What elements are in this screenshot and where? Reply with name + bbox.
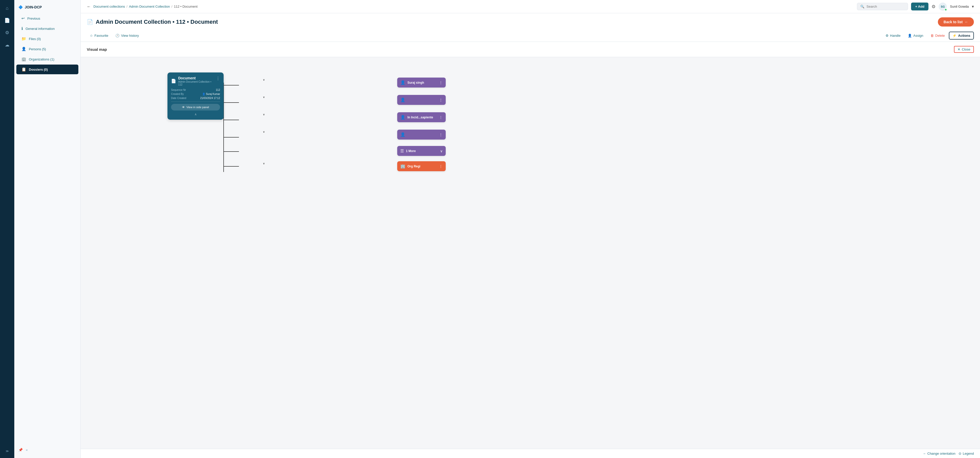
back-to-list-button[interactable]: Back to list ←: [938, 17, 974, 27]
flow-node-wrapper-3: 👤 In Incid...sapiente ⋮ ∨: [239, 112, 289, 116]
document-card: 📄 Document Admin Document Collection • 1…: [167, 72, 224, 120]
persons-icon: 👤: [21, 47, 26, 51]
topnav: ← Document collections / Admin Document …: [81, 0, 980, 13]
person-icon-4: 👤: [400, 132, 406, 137]
org-icon: 🏢: [400, 164, 406, 169]
close-button[interactable]: ✕ Close: [954, 46, 974, 53]
flow-node-4-menu-icon[interactable]: ⋮: [439, 133, 443, 137]
actions-button[interactable]: ⚡ Actions: [949, 32, 974, 40]
sidebar-item-organizations[interactable]: 🏢 Organizations (1): [16, 54, 78, 64]
doc-card-title-area: 📄 Document Admin Document Collection • 1…: [171, 76, 216, 86]
toolbar: ☆ Favourite 🕐 View history ⚙ Handle 👤 As…: [87, 30, 974, 41]
toolbar-right: ⚙ Handle 👤 Assign 🗑 Delete ⚡ Actions: [883, 32, 974, 40]
info-icon: ℹ: [21, 26, 23, 31]
rail-docs-icon[interactable]: 📄: [2, 15, 12, 25]
flow-node-2-menu-icon[interactable]: ⋮: [439, 98, 443, 102]
doc-card-icon: 📄: [171, 79, 176, 83]
breadcrumb-doc-collections[interactable]: Document collections: [94, 5, 125, 8]
flow-node-1-menu-icon[interactable]: ⋮: [439, 81, 443, 85]
actions-icon: ⚡: [953, 34, 956, 38]
page-header: 📄 Admin Document Collection • 112 • Docu…: [81, 13, 980, 42]
change-orientation-button[interactable]: → Change orientation: [923, 452, 956, 455]
main-content: ← Document collections / Admin Document …: [81, 0, 980, 458]
flow-node-org-inner: 🏢 Org Regi: [400, 164, 420, 169]
legend-button[interactable]: ⊙ Legend: [959, 452, 974, 455]
favourite-button[interactable]: ☆ Favourite: [87, 32, 111, 39]
flow-node-3-menu-icon[interactable]: ⋮: [439, 115, 443, 119]
doc-card-row-seq: Sequence Nr 112: [171, 89, 220, 91]
avatar: SG: [939, 3, 947, 11]
rail-home-icon[interactable]: ⌂: [2, 3, 12, 13]
view-history-button[interactable]: 🕐 View history: [112, 32, 142, 39]
doc-card-collapse[interactable]: ∧: [171, 113, 220, 116]
doc-card-subtitle: Admin Document Collection • 112: [178, 80, 216, 86]
add-button[interactable]: + Add: [911, 3, 928, 11]
collapse-sidebar-icon[interactable]: «: [26, 448, 28, 452]
doc-card-header: 📄 Document Admin Document Collection • 1…: [171, 76, 220, 86]
flow-node-org-label: Org Regi: [407, 165, 420, 168]
flow-node-2-expand[interactable]: ∨: [239, 96, 289, 99]
delete-button[interactable]: 🗑 Delete: [928, 32, 948, 39]
flow-node-wrapper-4: 👤 ⋮ ∨: [239, 130, 289, 133]
list-icon: ☰: [400, 148, 404, 153]
sidebar-bottom: 📌 «: [14, 445, 80, 455]
flow-node-more-expand-icon[interactable]: ∨: [440, 149, 443, 153]
visual-map-header: Visual map ✕ Close: [81, 42, 980, 57]
view-side-panel-button[interactable]: 👁 View in side panel: [171, 104, 220, 110]
back-arrow-icon[interactable]: ←: [87, 4, 91, 9]
flow-node-more-inner: ☰ 1 More: [400, 148, 416, 153]
doc-card-divider: [171, 102, 220, 102]
toolbar-left: ☆ Favourite 🕐 View history: [87, 32, 142, 39]
breadcrumb: ← Document collections / Admin Document …: [87, 4, 854, 9]
flow-node-org-menu-icon[interactable]: ⋮: [439, 164, 443, 169]
dossiers-icon: 📋: [21, 67, 26, 72]
search-box[interactable]: 🔍: [857, 3, 908, 10]
flow-node-more-label: 1 More: [406, 149, 416, 153]
flow-node-4-expand[interactable]: ∨: [239, 130, 289, 133]
flow-node-3[interactable]: 👤 In Incid...sapiente ⋮: [397, 112, 446, 122]
flow-area: 📄 Document Admin Document Collection • 1…: [81, 57, 980, 449]
pin-icon[interactable]: 📌: [18, 448, 23, 452]
doc-card-row-date: Date Created 21/03/2024 17:12: [171, 97, 220, 100]
flow-node-wrapper-6: 🏢 Org Regi ⋮ ∨: [239, 161, 289, 165]
back-arrow-right-icon: ←: [965, 20, 968, 24]
rail-settings-icon[interactable]: ⚙: [2, 27, 12, 38]
person-icon-2: 👤: [400, 97, 406, 102]
sidebar-item-general-information[interactable]: ℹ General information: [16, 24, 78, 33]
flow-node-org[interactable]: 🏢 Org Regi ⋮: [397, 161, 446, 171]
sidebar-item-persons[interactable]: 👤 Persons (5): [16, 44, 78, 54]
handle-button[interactable]: ⚙ Handle: [883, 32, 904, 39]
flow-node-3-expand[interactable]: ∨: [239, 113, 289, 116]
flow-node-1[interactable]: 👤 Suraj singh ⋮: [397, 78, 446, 87]
user-dropdown-icon[interactable]: ▾: [972, 4, 974, 9]
flow-node-org-expand[interactable]: ∨: [239, 162, 289, 165]
flow-node-wrapper-2: 👤 ⋮ ∨: [239, 95, 289, 99]
sidebar-logo-icon: 🔷: [18, 5, 23, 9]
search-input[interactable]: [866, 5, 905, 8]
flow-node-2[interactable]: 👤 ⋮: [397, 95, 446, 105]
sidebar-item-previous[interactable]: ↩ Previous: [16, 14, 78, 23]
rail-cloud-icon[interactable]: ☁: [2, 40, 12, 50]
flow-node-more[interactable]: ☰ 1 More ∨: [397, 146, 446, 156]
user-name[interactable]: Sunil Gowda: [950, 5, 969, 8]
doc-card-menu-icon[interactable]: ⋮: [216, 76, 220, 81]
star-icon: ☆: [90, 34, 93, 38]
breadcrumb-admin-collection[interactable]: Admin Document Collection: [129, 5, 170, 8]
bottom-toolbar: → Change orientation ⊙ Legend: [81, 449, 980, 458]
flow-node-wrapper-1: 👤 Suraj singh ⋮ ∨: [239, 78, 289, 81]
handle-icon: ⚙: [886, 34, 889, 38]
page-title-row: 📄 Admin Document Collection • 112 • Docu…: [87, 17, 974, 30]
sidebar-item-dossiers[interactable]: 📋 Dossiers (0): [16, 65, 78, 74]
flow-node-1-expand[interactable]: ∨: [239, 78, 289, 81]
sidebar: 🔷 JOIN-DCP ↩ Previous ℹ General informat…: [14, 0, 81, 458]
rail-expand-btn[interactable]: ≫: [3, 447, 11, 455]
flow-node-4[interactable]: 👤 ⋮: [397, 130, 446, 140]
sidebar-item-files[interactable]: 📁 Files (0): [16, 34, 78, 44]
visual-map-panel: Visual map ✕ Close: [81, 42, 980, 458]
gear-icon[interactable]: ⚙: [932, 4, 935, 10]
assign-button[interactable]: 👤 Assign: [905, 32, 926, 39]
flow-node-1-label: Suraj singh: [407, 81, 424, 84]
person-icon-1: 👤: [400, 80, 406, 85]
flow-node-3-label: In Incid...sapiente: [407, 116, 433, 119]
doc-card-fields: Sequence Nr 112 Created By 👤 Suraj Kumar…: [171, 89, 220, 100]
